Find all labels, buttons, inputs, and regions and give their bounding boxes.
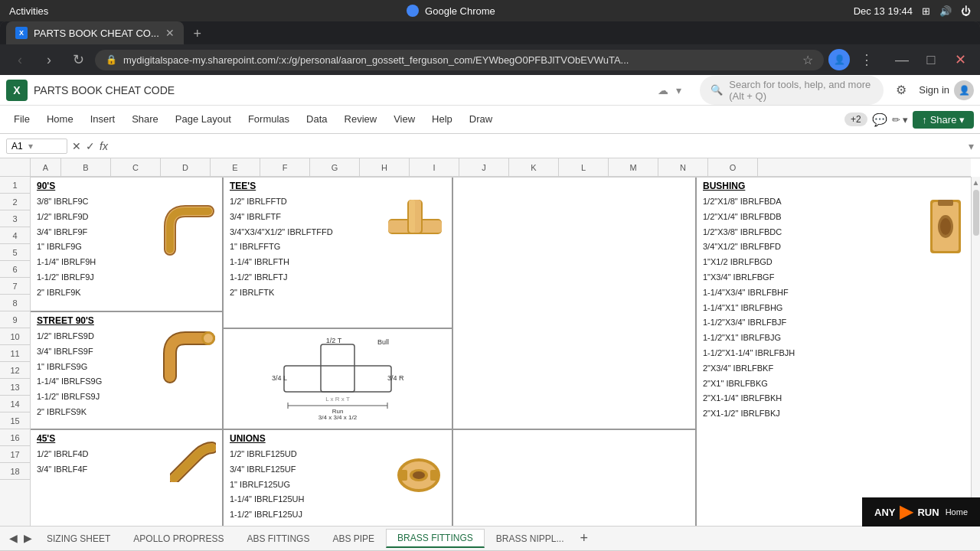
col-header-D[interactable]: D [161,158,211,176]
sheet-nav-left[interactable]: ◀ [6,532,21,544]
row-18[interactable]: 18 [0,463,30,480]
svg-rect-24 [430,470,439,481]
col-header-H[interactable]: H [360,158,410,176]
row-1[interactable]: 1 [0,177,30,194]
row-12[interactable]: 12 [0,362,30,379]
row-8[interactable]: 8 [0,295,30,311]
address-bar[interactable]: 🔒 mydigitalspace-my.sharepoint.com/:x:/g… [95,50,824,70]
formula-input[interactable] [113,139,964,153]
row-2[interactable]: 2 [0,194,30,210]
minimize-button[interactable]: — [890,47,914,72]
tab-data[interactable]: Data [299,106,335,133]
comments-button[interactable]: 💬 [872,112,887,127]
tab-view[interactable]: View [386,106,423,133]
settings-button[interactable]: ⚙ [896,83,906,97]
col-header-B[interactable]: B [61,158,111,176]
col-header-C[interactable]: C [111,158,161,176]
tab-draw[interactable]: Draw [462,106,500,133]
active-tab[interactable]: X PARTS BOOK CHEAT CO... ✕ [6,21,184,44]
col-header-I[interactable]: I [410,158,459,176]
tab-formulas[interactable]: Formulas [240,106,297,133]
excel-app: X PARTS BOOK CHEAT CODE ☁ ▾ 🔍 Search for… [0,75,980,551]
row-7[interactable]: 7 [0,278,30,295]
draw-button[interactable]: ✏ ▾ [892,114,909,126]
formula-expand-icon[interactable]: ▾ [969,140,974,152]
search-box-excel[interactable]: 🔍 Search for tools, help, and more (Alt … [700,76,884,105]
row-15[interactable]: 15 [0,412,30,429]
cells-area[interactable]: 90'S 3/8" IBRLF9C 1/2" IBRLF9D 3/4" IBRL… [31,177,971,526]
col-header-M[interactable]: M [609,158,658,176]
cell-reference-box[interactable]: A1 ▾ [6,139,67,154]
col-header-J[interactable]: J [459,158,509,176]
row-3[interactable]: 3 [0,210,30,227]
row-6[interactable]: 6 [0,261,30,278]
os-bar-center: Google Chrome [407,5,495,17]
col-header-O[interactable]: O [708,158,758,176]
tab-page-layout[interactable]: Page Layout [168,106,239,133]
sheet-nav-right[interactable]: ▶ [21,532,35,544]
anyrun-any: ANY [874,507,895,518]
sheet-tab-abs-pipe[interactable]: ABS PIPE [321,530,386,547]
activities-label[interactable]: Activities [9,5,48,17]
col-header-K[interactable]: K [509,158,559,176]
browser-menu-button[interactable]: ⋮ [854,47,879,72]
bushing-item-0: 1/2"X1/8" IBRLFBDA [703,194,920,210]
sheet-tab-abs-fittings[interactable]: ABS FITTINGS [235,530,321,547]
formula-fx-icon[interactable]: fx [100,140,108,152]
row-11[interactable]: 11 [0,345,30,362]
tab-share[interactable]: Share [124,106,166,133]
tab-title: PARTS BOOK CHEAT CO... [34,28,159,39]
tab-review[interactable]: Review [337,106,385,133]
row-16[interactable]: 16 [0,429,30,446]
forty-fives-data: 45'S 1/2" IBRLF4D 3/4" IBRLF4F [37,433,164,478]
title-dropdown-icon[interactable]: ▾ [676,84,681,96]
row-5[interactable]: 5 [0,244,30,261]
bushing-item-7: 1-1/4"X1" IBRLFBHG [703,301,920,316]
col-header-F[interactable]: F [260,158,310,176]
tab-help[interactable]: Help [424,106,460,133]
sheet-tab-sizing[interactable]: SIZING SHEET [35,530,122,547]
col-header-L[interactable]: L [559,158,609,176]
autosave-icon[interactable]: ☁ [658,84,668,96]
app-name: Google Chrome [425,5,495,17]
reload-button[interactable]: ↻ [66,47,90,72]
formula-cancel-icon[interactable]: ✕ [72,140,81,152]
row-9[interactable]: 9 [0,311,30,328]
formula-confirm-icon[interactable]: ✓ [86,140,95,152]
back-button[interactable]: ‹ [8,47,32,72]
tab-insert[interactable]: Insert [83,106,123,133]
tab-close-button[interactable]: ✕ [165,27,175,39]
add-sheet-button[interactable]: + [576,530,593,546]
share-ribbon-button[interactable]: ↑ Share ▾ [913,111,974,129]
bookmark-icon[interactable]: ☆ [802,53,813,67]
tab-home[interactable]: Home [39,106,81,133]
col-header-G[interactable]: G [310,158,360,176]
sign-in-button[interactable]: Sign in 👤 [919,80,974,100]
cell-ref-dropdown[interactable]: ▾ [28,141,33,152]
row-14[interactable]: 14 [0,396,30,412]
datetime: Dec 13 19:44 [854,5,913,17]
close-button[interactable]: ✕ [948,47,972,72]
col-header-A[interactable]: A [31,158,61,176]
col-header-N[interactable]: N [658,158,708,176]
sheet-tab-brass-fittings[interactable]: BRASS FITTINGS [386,529,485,548]
row-10[interactable]: 10 [0,328,30,345]
sheet-tabs-list: SIZING SHEET APOLLO PROPRESS ABS FITTING… [35,529,974,548]
new-tab-button[interactable]: + [187,23,208,44]
vertical-scrollbar[interactable]: ▲ ▼ [971,177,980,526]
badge-button[interactable]: +2 [844,112,867,126]
sheet-tab-apollo[interactable]: APOLLO PROPRESS [122,530,235,547]
tab-file[interactable]: File [6,106,38,133]
scroll-up-icon[interactable]: ▲ [972,178,980,187]
maximize-button[interactable]: □ [919,47,943,72]
bushing-item-14: 2"X1-1/2" IBRLFBKJ [703,406,920,422]
street-nineties-data: STREET 90'S 1/2" IBRLFS9D 3/4" IBRLFS9F … [37,315,156,425]
profile-button[interactable]: 👤 [828,49,850,70]
row-13[interactable]: 13 [0,379,30,396]
row-17[interactable]: 17 [0,446,30,463]
sheet-tab-brass-nipple[interactable]: BRASS NIPPL... [485,530,576,547]
col-header-E[interactable]: E [211,158,260,176]
scroll-thumb[interactable] [973,190,979,236]
forward-button[interactable]: › [37,47,61,72]
row-4[interactable]: 4 [0,227,30,244]
